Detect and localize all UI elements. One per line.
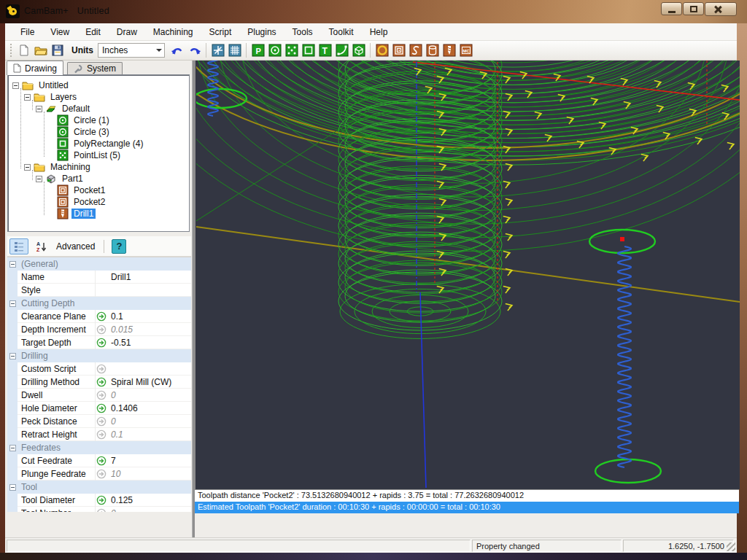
- minimize-button[interactable]: [661, 2, 682, 15]
- mop-script-icon[interactable]: MC: [458, 43, 473, 58]
- tree-item-pocket2[interactable]: Pocket2: [8, 196, 107, 208]
- tab-system[interactable]: System: [67, 62, 123, 74]
- property-row-depth-increment[interactable]: Depth Increment0.015: [7, 323, 191, 336]
- property-row-clearance-plane[interactable]: Clearance Plane0.1: [7, 310, 191, 323]
- tree-item-label[interactable]: Layers: [48, 92, 79, 102]
- help-button[interactable]: ?: [112, 239, 126, 254]
- menu-script[interactable]: Script: [201, 24, 240, 40]
- mop-lathe-icon[interactable]: [425, 43, 440, 58]
- toggle-axes-icon[interactable]: [210, 43, 225, 58]
- menu-toolkit[interactable]: Toolkit: [321, 24, 362, 40]
- property-section-tool[interactable]: Tool: [7, 481, 191, 494]
- property-value[interactable]: 0.015: [111, 324, 190, 335]
- tree-item-label[interactable]: Default: [60, 104, 92, 114]
- tree-item-machining[interactable]: Machining: [8, 161, 93, 173]
- tab-drawing[interactable]: Drawing: [7, 61, 63, 75]
- property-value[interactable]: -0.51: [111, 338, 190, 348]
- titlebar[interactable]: CamBam+Untitled: [0, 0, 747, 23]
- tree-item-layers[interactable]: Layers: [8, 91, 79, 103]
- property-section-cutting-depth[interactable]: Cutting Depth: [7, 297, 191, 310]
- toggle-grid-icon[interactable]: [227, 43, 242, 58]
- property-row-name[interactable]: NameDrill1: [7, 271, 191, 284]
- tree-item-circle-3[interactable]: Circle (3): [8, 126, 112, 138]
- viewport-3d[interactable]: [196, 61, 740, 489]
- draw-pointlist-icon[interactable]: [284, 43, 299, 58]
- property-value[interactable]: 0: [111, 390, 190, 400]
- property-row-tool-diameter[interactable]: Tool Diameter0.125: [7, 494, 191, 507]
- property-row-cut-feedrate[interactable]: Cut Feedrate7: [7, 454, 191, 467]
- tree-item-label[interactable]: Circle (3): [71, 127, 112, 137]
- property-row-retract-height[interactable]: Retract Height0.1: [7, 428, 191, 441]
- mop-drill-icon[interactable]: [441, 43, 457, 58]
- property-value[interactable]: 0.1406: [111, 403, 190, 413]
- dropdown-arrow-icon[interactable]: [153, 44, 164, 57]
- collapse-icon[interactable]: [9, 484, 16, 491]
- tree-item-pointlist-5[interactable]: PointList (5): [8, 149, 123, 161]
- draw-circle-icon[interactable]: [267, 43, 282, 58]
- open-file-icon[interactable]: [33, 43, 48, 58]
- property-value[interactable]: Drill1: [111, 272, 190, 282]
- collapse-icon[interactable]: [9, 261, 16, 268]
- property-section-feedrates[interactable]: Feedrates: [7, 441, 191, 454]
- tree-item-pocket1[interactable]: Pocket1: [8, 184, 107, 196]
- draw-arc-icon[interactable]: [334, 43, 349, 58]
- maximize-button[interactable]: [683, 2, 704, 15]
- property-row-plunge-feedrate[interactable]: Plunge Feedrate10: [7, 467, 191, 481]
- tree-item-untitled[interactable]: Untitled: [8, 79, 71, 91]
- menu-draw[interactable]: Draw: [109, 24, 145, 40]
- collapse-icon[interactable]: [9, 300, 16, 307]
- property-row-tool-number[interactable]: Tool Number0: [7, 507, 191, 512]
- message-row[interactable]: Estimated Toolpath 'Pocket2' duration : …: [195, 502, 739, 513]
- draw-polyline-icon[interactable]: P: [250, 43, 266, 58]
- property-section-general[interactable]: (General): [7, 257, 191, 271]
- draw-surface-icon[interactable]: [351, 43, 366, 58]
- menu-plugins[interactable]: Plugins: [239, 24, 284, 40]
- property-value[interactable]: 0: [111, 508, 190, 512]
- tree-item-label[interactable]: Part1: [60, 174, 85, 184]
- units-dropdown[interactable]: Inches: [98, 43, 165, 58]
- tree-item-label[interactable]: PolyRectangle (4): [71, 139, 145, 149]
- tree-item-label[interactable]: Pocket2: [71, 197, 107, 207]
- draw-rectangle-icon[interactable]: [301, 43, 316, 58]
- menu-machining[interactable]: Machining: [145, 24, 201, 40]
- collapse-icon[interactable]: [36, 106, 42, 112]
- collapse-icon[interactable]: [24, 164, 31, 171]
- tree-item-default[interactable]: Default: [8, 103, 92, 114]
- alphabetical-sort-button[interactable]: A Z: [33, 238, 50, 254]
- menu-tools[interactable]: Tools: [285, 24, 321, 40]
- collapse-icon[interactable]: [36, 176, 42, 182]
- menu-view[interactable]: View: [42, 24, 77, 40]
- menu-help[interactable]: Help: [362, 24, 396, 40]
- property-row-peck-distance[interactable]: Peck Distance0: [7, 415, 191, 428]
- mop-pocket-icon[interactable]: [391, 43, 406, 58]
- undo-icon[interactable]: [170, 43, 185, 58]
- collapse-icon[interactable]: [9, 353, 16, 359]
- tree-item-polyrectangle-4[interactable]: PolyRectangle (4): [8, 138, 145, 149]
- close-button[interactable]: [705, 2, 737, 16]
- property-row-style[interactable]: Style: [7, 284, 191, 297]
- tree-item-label[interactable]: Drill1: [71, 209, 96, 219]
- tree-item-label[interactable]: Machining: [48, 162, 93, 172]
- collapse-icon[interactable]: [12, 82, 19, 89]
- property-value[interactable]: 10: [111, 469, 190, 479]
- property-value[interactable]: 0.1: [111, 429, 190, 440]
- tree-item-drill1[interactable]: Drill1: [8, 208, 96, 219]
- menu-edit[interactable]: Edit: [77, 24, 109, 40]
- menu-file[interactable]: File: [12, 24, 42, 40]
- tree-item-circle-1[interactable]: Circle (1): [8, 114, 112, 126]
- property-section-drilling[interactable]: Drilling: [7, 349, 191, 362]
- property-value[interactable]: 0.1: [111, 311, 190, 322]
- property-row-dwell[interactable]: Dwell0: [7, 389, 191, 402]
- mop-profile-icon[interactable]: [374, 43, 390, 58]
- redo-icon[interactable]: [187, 43, 202, 58]
- collapse-icon[interactable]: [24, 94, 31, 101]
- tree-item-label[interactable]: PointList (5): [71, 150, 123, 160]
- property-value[interactable]: 0: [111, 416, 190, 427]
- save-file-icon[interactable]: [50, 43, 65, 58]
- resize-grip[interactable]: [727, 542, 735, 551]
- new-file-icon[interactable]: [16, 43, 31, 58]
- tree-item-label[interactable]: Circle (1): [71, 115, 112, 125]
- property-row-drilling-method[interactable]: Drilling MethodSpiral Mill (CW): [7, 376, 191, 389]
- property-value[interactable]: 0.125: [111, 495, 190, 505]
- message-row[interactable]: Toolpath distance 'Pocket2' : 73.5132680…: [195, 490, 739, 502]
